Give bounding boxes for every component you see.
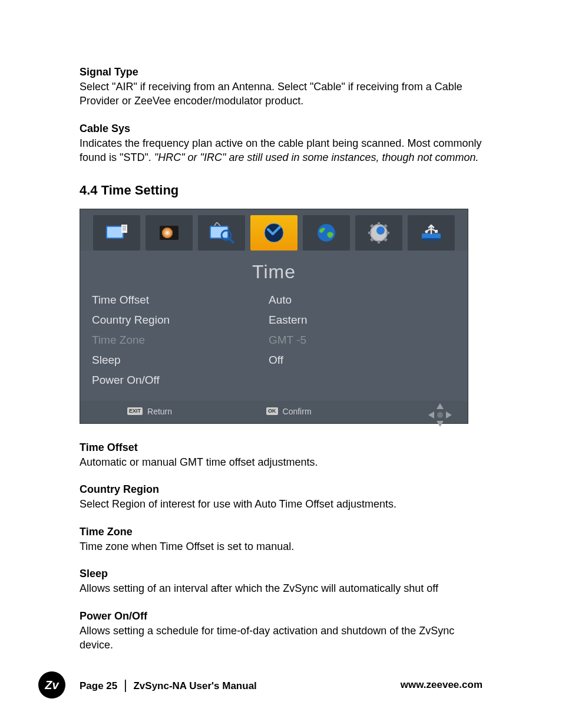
osd-body: Time Time Offset Auto Country Region Eas…: [80, 251, 468, 401]
globe-icon: [316, 222, 337, 243]
osd-label: Country Region: [92, 314, 269, 327]
usb-icon: [419, 223, 443, 243]
tab-time[interactable]: [250, 215, 297, 251]
svg-marker-35: [428, 411, 434, 419]
ok-key-badge: OK: [266, 407, 278, 415]
footer-page-info: Page 25 | ZvSync-NA User's Manual: [80, 677, 257, 693]
svg-marker-33: [437, 403, 444, 409]
osd-value: [269, 374, 456, 387]
time-setting-heading: 4.4 Time Setting: [80, 183, 482, 198]
svg-rect-32: [435, 230, 438, 233]
time-zone-heading: Time Zone: [80, 525, 482, 539]
country-region-body: Select Region of interest for use with A…: [80, 497, 482, 511]
osd-label: Time Offset: [92, 294, 269, 307]
time-offset-heading: Time Offset: [80, 440, 482, 455]
svg-rect-30: [422, 238, 441, 241]
channel-icon: [105, 223, 128, 242]
cable-sys-section: Cable Sys Indicates the frequency plan a…: [80, 121, 482, 165]
sleep-heading: Sleep: [80, 566, 482, 581]
ok-label: Confirm: [283, 407, 312, 416]
clock-icon: [262, 221, 286, 245]
exit-key-badge: EXIT: [127, 407, 143, 415]
tab-settings[interactable]: [355, 215, 402, 251]
tab-picture[interactable]: [146, 215, 193, 251]
tab-region[interactable]: [303, 215, 350, 251]
svg-point-37: [437, 412, 443, 418]
gear-icon: [367, 221, 391, 245]
svg-line-9: [214, 222, 217, 226]
power-heading: Power On/Off: [80, 609, 482, 624]
osd-value: Auto: [269, 294, 456, 307]
tab-channel[interactable]: [93, 215, 140, 251]
cable-sys-body-italic: "HRC" or "IRC" are still used in some in…: [154, 151, 479, 163]
svg-point-28: [376, 226, 385, 235]
osd-row-time-offset[interactable]: Time Offset Auto: [92, 290, 456, 310]
osd-label: Sleep: [92, 354, 269, 367]
power-section: Power On/Off Allows setting a schedule f…: [80, 609, 482, 653]
time-zone-section: Time Zone Time zone when Time Offset is …: [80, 525, 482, 554]
tab-search[interactable]: [198, 215, 245, 251]
osd-ok-hint: OK Confirm: [266, 407, 312, 416]
svg-point-8: [162, 228, 173, 238]
footer-separator: |: [124, 677, 127, 692]
svg-rect-2: [121, 225, 127, 233]
osd-value: Eastern: [269, 314, 456, 327]
osd-row-time-zone: Time Zone GMT -5: [92, 330, 456, 350]
cable-sys-body: Indicates the frequency plan active on t…: [80, 136, 482, 165]
signal-type-heading: Signal Type: [80, 65, 482, 80]
cable-sys-heading: Cable Sys: [80, 121, 482, 136]
osd-label: Power On/Off: [92, 374, 269, 387]
svg-marker-36: [446, 411, 452, 419]
svg-point-17: [318, 224, 335, 242]
sleep-section: Sleep Allows setting of an interval afte…: [80, 566, 482, 595]
osd-label: Time Zone: [92, 334, 269, 347]
footer-url: www.zeevee.com: [401, 679, 482, 691]
osd-tab-bar: [80, 209, 468, 251]
svg-line-10: [217, 222, 220, 226]
svg-rect-1: [107, 227, 123, 238]
osd-footer: EXIT Return OK Confirm: [80, 401, 468, 423]
osd-title: Time: [92, 251, 456, 290]
exit-label: Return: [147, 407, 172, 416]
osd-value: Off: [269, 354, 456, 367]
sleep-body: Allows setting of an interval after whic…: [80, 581, 482, 595]
zv-logo-icon: Zv: [38, 671, 65, 699]
osd-exit-hint: EXIT Return: [127, 407, 172, 416]
signal-type-body: Select "AIR" if receiving from an Antenn…: [80, 80, 482, 108]
footer-page: Page 25: [80, 680, 117, 691]
country-region-section: Country Region Select Region of interest…: [80, 482, 482, 511]
footer-title: ZvSync-NA User's Manual: [133, 680, 256, 691]
page-footer: Zv Page 25 | ZvSync-NA User's Manual www…: [80, 677, 482, 693]
signal-type-section: Signal Type Select "AIR" if receiving fr…: [80, 65, 482, 108]
osd-screenshot: Time Time Offset Auto Country Region Eas…: [80, 209, 468, 424]
zv-logo-text: Zv: [45, 678, 58, 692]
tv-search-icon: [209, 222, 234, 243]
osd-row-country-region[interactable]: Country Region Eastern: [92, 310, 456, 330]
time-offset-body: Automatic or manual GMT time offset adju…: [80, 455, 482, 469]
svg-rect-12: [211, 227, 227, 238]
svg-point-31: [425, 230, 428, 233]
svg-marker-34: [437, 421, 444, 427]
dpad-icon: [427, 402, 453, 428]
time-zone-body: Time zone when Time Offset is set to man…: [80, 539, 482, 554]
power-body: Allows setting a schedule for time-of-da…: [80, 624, 482, 653]
time-offset-section: Time Offset Automatic or manual GMT time…: [80, 440, 482, 469]
osd-row-sleep[interactable]: Sleep Off: [92, 350, 456, 370]
tab-usb[interactable]: [408, 215, 455, 251]
svg-line-14: [229, 239, 233, 242]
osd-row-power[interactable]: Power On/Off: [92, 370, 456, 390]
country-region-heading: Country Region: [80, 482, 482, 497]
picture-icon: [157, 223, 181, 242]
osd-value: GMT -5: [269, 334, 456, 347]
